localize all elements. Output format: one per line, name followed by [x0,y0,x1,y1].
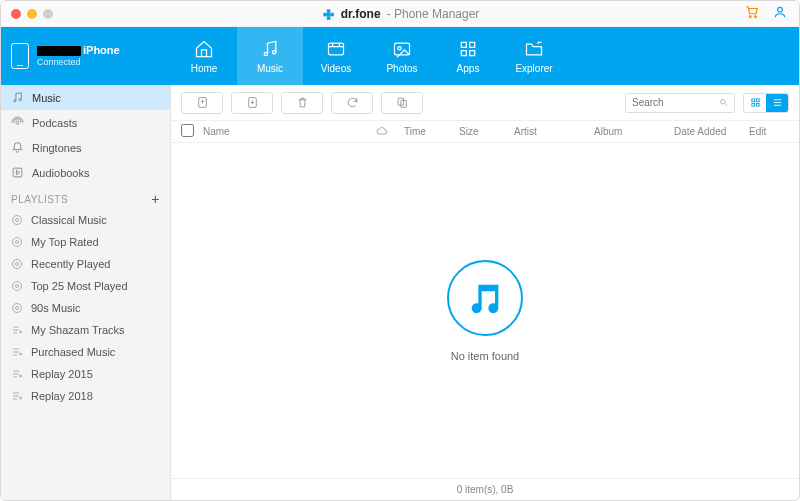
search-input[interactable] [632,97,715,108]
delete-button[interactable] [281,92,323,114]
sidebar-item-music[interactable]: Music [1,85,170,110]
status-bar: 0 item(s), 0B [171,478,799,500]
playlist-item[interactable]: Purchased Music [1,341,170,363]
svg-rect-4 [330,12,334,15]
tab-label: Photos [386,63,417,74]
playlist-label: Classical Music [31,214,107,226]
svg-point-18 [19,99,21,101]
svg-point-35 [720,99,725,104]
column-edit[interactable]: Edit [749,126,789,137]
playlist-item[interactable]: My Top Rated [1,231,170,253]
playlist-label: Replay 2015 [31,368,93,380]
svg-point-30 [16,307,19,310]
main-panel: Name Time Size Artist Album Date Added E… [171,85,799,500]
svg-point-8 [264,52,267,55]
svg-point-25 [13,260,22,269]
column-artist[interactable]: Artist [514,126,594,137]
svg-rect-14 [470,42,475,47]
column-size[interactable]: Size [459,126,514,137]
tab-home[interactable]: Home [171,27,237,85]
empty-state: No item found [171,143,799,478]
svg-rect-39 [756,103,759,106]
status-text: 0 item(s), 0B [457,484,514,495]
column-name[interactable]: Name [203,126,376,137]
device-status: Connected [37,57,120,68]
sidebar: Music Podcasts Ringtones Audiobooks PLAY… [1,85,171,500]
device-info[interactable]: iPhone Connected [1,43,171,69]
playlist-label: Top 25 Most Played [31,280,128,292]
svg-rect-3 [326,16,330,19]
svg-rect-13 [461,42,466,47]
svg-point-9 [273,50,276,53]
tab-music[interactable]: Music [237,27,303,85]
svg-point-23 [13,238,22,247]
grid-view-button[interactable] [744,94,766,112]
tab-photos[interactable]: Photos [369,27,435,85]
playlist-label: Replay 2018 [31,390,93,402]
playlist-item[interactable]: My Shazam Tracks [1,319,170,341]
window-title: dr.fone - Phone Manager [1,7,799,21]
search-icon [719,97,728,108]
sidebar-item-audiobooks[interactable]: Audiobooks [1,160,170,185]
svg-point-27 [13,282,22,291]
sidebar-item-podcasts[interactable]: Podcasts [1,110,170,135]
svg-point-21 [13,216,22,225]
playlists-header-label: PLAYLISTS [11,194,68,205]
playlist-label: Purchased Music [31,346,115,358]
svg-rect-20 [13,168,22,177]
dedupe-button[interactable] [381,92,423,114]
playlist-item[interactable]: 90s Music [1,297,170,319]
svg-point-26 [16,263,19,266]
tab-label: Home [191,63,218,74]
tab-label: Apps [457,63,480,74]
svg-rect-37 [756,99,759,102]
device-redacted [37,46,81,56]
phone-icon [11,43,29,69]
tab-apps[interactable]: Apps [435,27,501,85]
view-toggle [743,93,789,113]
list-view-button[interactable] [766,94,788,112]
sidebar-item-label: Music [32,92,61,104]
playlist-item[interactable]: Classical Music [1,209,170,231]
column-date-added[interactable]: Date Added [674,126,749,137]
sidebar-item-ringtones[interactable]: Ringtones [1,135,170,160]
add-playlist-button[interactable]: + [151,191,160,207]
svg-rect-0 [323,12,327,15]
music-note-icon [447,260,523,336]
export-button[interactable] [231,92,273,114]
tab-label: Explorer [515,63,552,74]
svg-point-28 [16,285,19,288]
table-header: Name Time Size Artist Album Date Added E… [171,121,799,143]
title-bar: dr.fone - Phone Manager [1,1,799,27]
svg-rect-1 [326,9,330,13]
svg-rect-10 [329,43,344,55]
import-button[interactable] [181,92,223,114]
sidebar-item-label: Audiobooks [32,167,90,179]
svg-rect-2 [326,12,330,15]
svg-rect-15 [461,50,466,55]
tab-explorer[interactable]: Explorer [501,27,567,85]
refresh-button[interactable] [331,92,373,114]
app-name: dr.fone [341,7,381,21]
search-box[interactable] [625,93,735,113]
playlist-label: 90s Music [31,302,81,314]
column-time[interactable]: Time [404,126,459,137]
column-cloud[interactable] [376,125,404,139]
cloud-icon [376,125,388,137]
tab-label: Videos [321,63,351,74]
playlist-item[interactable]: Top 25 Most Played [1,275,170,297]
playlist-item[interactable]: Replay 2018 [1,385,170,407]
top-nav: iPhone Connected Home Music Videos Photo… [1,27,799,85]
sidebar-item-label: Podcasts [32,117,77,129]
svg-point-17 [14,100,16,102]
svg-point-22 [16,219,19,222]
playlists-header: PLAYLISTS + [1,185,170,209]
select-all-checkbox[interactable] [181,124,194,137]
device-name-suffix: iPhone [83,44,120,57]
playlist-item[interactable]: Replay 2015 [1,363,170,385]
svg-point-24 [16,241,19,244]
tab-videos[interactable]: Videos [303,27,369,85]
svg-point-12 [398,46,401,49]
column-album[interactable]: Album [594,126,674,137]
playlist-item[interactable]: Recently Played [1,253,170,275]
